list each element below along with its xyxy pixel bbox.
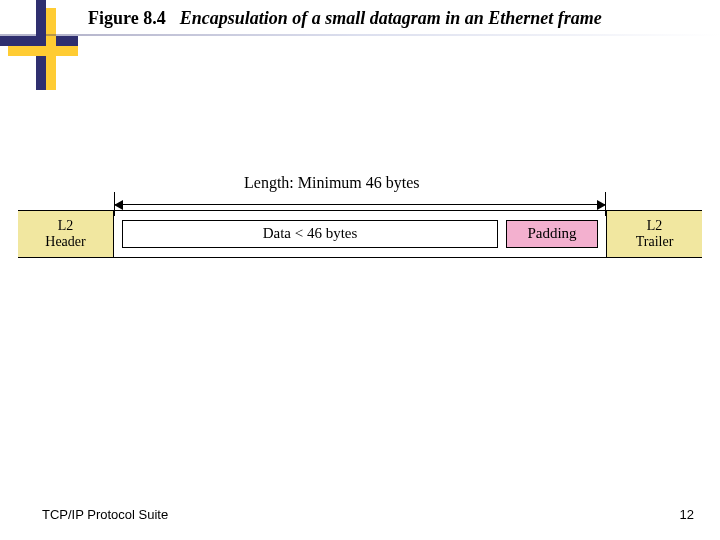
dimension-line [114, 198, 606, 210]
slide-corner-decoration [0, 0, 78, 100]
svg-rect-3 [8, 46, 78, 56]
frame-row: L2 Header Data < 46 bytes Padding L2 Tra… [18, 210, 702, 258]
length-annotation: Length: Minimum 46 bytes [244, 174, 420, 192]
l2-header-field: L2 Header [18, 211, 114, 257]
payload-area: Data < 46 bytes Padding [114, 211, 606, 257]
figure-label: Figure 8.4 [88, 8, 166, 29]
figure-caption: Encapsulation of a small datagram in an … [180, 8, 602, 29]
figure-title-row: Figure 8.4 Encapsulation of a small data… [88, 8, 710, 29]
footer-book-title: TCP/IP Protocol Suite [42, 507, 168, 522]
padding-field: Padding [506, 220, 598, 248]
svg-rect-1 [0, 36, 78, 46]
page-number: 12 [680, 507, 694, 522]
l2-trailer-field: L2 Trailer [606, 211, 702, 257]
title-underline [0, 34, 720, 36]
ethernet-frame-diagram: Length: Minimum 46 bytes L2 Header Data … [18, 210, 702, 258]
data-field: Data < 46 bytes [122, 220, 498, 248]
